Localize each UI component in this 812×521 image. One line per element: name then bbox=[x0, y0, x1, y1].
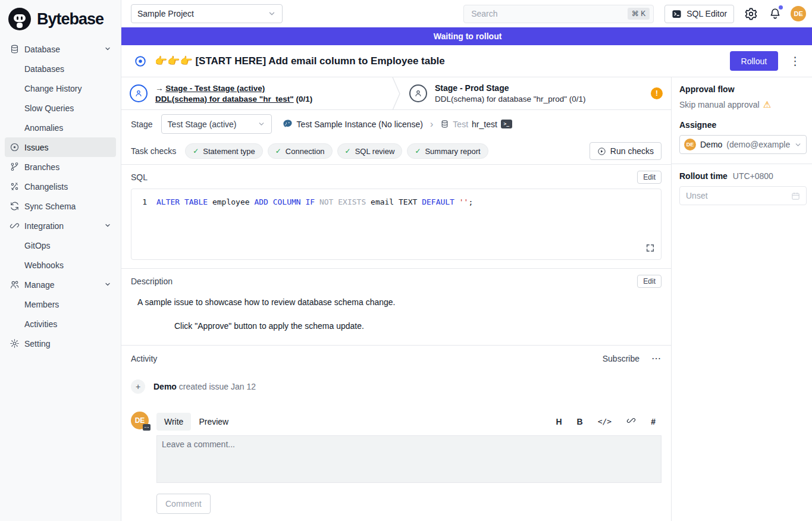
database-link[interactable]: Test hr_test >_ bbox=[440, 120, 512, 129]
project-selector[interactable]: Sample Project bbox=[131, 4, 283, 23]
warning-triangle-icon: ⚠ bbox=[763, 99, 771, 110]
heading-format-button[interactable]: H bbox=[556, 417, 562, 426]
activity-action: created issue Jan 12 bbox=[179, 382, 256, 391]
sidebar-item-members[interactable]: Members bbox=[5, 294, 116, 314]
sidebar-item-changelists[interactable]: Changelists bbox=[5, 177, 116, 196]
sidebar-item-label: GitOps bbox=[24, 241, 51, 250]
sidebar-item-change-history[interactable]: Change History bbox=[5, 79, 116, 98]
check-pill-sql-review[interactable]: ✓ SQL review bbox=[337, 143, 403, 159]
chevron-down-icon bbox=[794, 141, 802, 149]
settings-gear-button[interactable] bbox=[743, 6, 758, 21]
sidebar-item-webhooks[interactable]: Webhooks bbox=[5, 255, 116, 275]
sidebar-item-anomalies[interactable]: Anomalies bbox=[5, 118, 116, 137]
comment-composer: DE Write Preview H B </> bbox=[131, 412, 661, 514]
fullscreen-expand-icon[interactable] bbox=[645, 243, 655, 255]
description-edit-button[interactable]: Edit bbox=[637, 275, 661, 288]
activity-item: + Demo created issue Jan 12 bbox=[131, 379, 661, 394]
environment-label: Test bbox=[453, 120, 468, 129]
sql-edit-button[interactable]: Edit bbox=[637, 171, 661, 184]
code-format-button[interactable]: </> bbox=[598, 417, 612, 426]
issue-header: 👉👉👉 [START HERE] Add email column to Emp… bbox=[121, 45, 812, 77]
sql-section: SQL Edit 1 ALTER TABLE employee ADD COLU… bbox=[121, 165, 671, 269]
stage-card-test[interactable]: → Stage - Test Stage (active) DDL(schema… bbox=[121, 77, 391, 109]
stage-approver-icon bbox=[409, 84, 427, 102]
comment-bubble-icon bbox=[143, 424, 151, 431]
activity-more-menu[interactable]: ⋯ bbox=[651, 353, 661, 364]
calendar-icon bbox=[791, 192, 800, 200]
assignee-select[interactable]: DE Demo (demo@example bbox=[679, 135, 807, 154]
chevron-down-icon bbox=[104, 280, 111, 290]
notification-dot bbox=[779, 5, 783, 10]
sidebar-item-label: Change History bbox=[24, 84, 82, 93]
sidebar-item-branches[interactable]: Branches bbox=[5, 157, 116, 177]
instance-link[interactable]: Test Sample Instance (No license) bbox=[283, 119, 423, 129]
comment-textarea[interactable] bbox=[161, 438, 657, 480]
sidebar-item-slow-queries[interactable]: Slow Queries bbox=[5, 98, 116, 118]
link-format-button[interactable] bbox=[626, 416, 636, 427]
description-label: Description bbox=[131, 277, 173, 286]
brand-logo[interactable]: Bytebase bbox=[0, 0, 121, 38]
stage-title: → Stage - Test Stage (active) bbox=[155, 84, 312, 93]
rollout-time-header: Rollout time UTC+0800 bbox=[679, 171, 807, 181]
task-checks-label: Task checks bbox=[131, 146, 176, 156]
rollout-time-value: Unset bbox=[686, 191, 708, 200]
check-pill-connection[interactable]: ✓ Connection bbox=[268, 143, 333, 159]
sidebar-item-activities[interactable]: Activities bbox=[5, 314, 116, 334]
sidebar-item-databases[interactable]: Databases bbox=[5, 59, 116, 79]
sidebar-item-gitops[interactable]: GitOps bbox=[5, 236, 116, 255]
sidebar-item-sync-schema[interactable]: Sync Schema bbox=[5, 196, 116, 216]
rollout-time-picker[interactable]: Unset bbox=[679, 186, 807, 205]
activity-item-text: Demo created issue Jan 12 bbox=[153, 382, 256, 391]
issue-status-banner: Waiting to rollout bbox=[121, 27, 812, 45]
sql-editor-button[interactable]: SQL Editor bbox=[664, 5, 734, 23]
sidebar-item-setting[interactable]: Setting bbox=[5, 334, 116, 353]
user-avatar[interactable]: DE bbox=[791, 6, 806, 21]
comment-submit-button[interactable]: Comment bbox=[156, 494, 211, 514]
issue-more-menu[interactable]: ⋮ bbox=[786, 54, 804, 68]
tab-preview[interactable]: Preview bbox=[191, 413, 236, 431]
branch-icon bbox=[10, 162, 20, 172]
tab-write[interactable]: Write bbox=[156, 413, 191, 431]
check-pill-summary-report[interactable]: ✓ Summary report bbox=[407, 143, 488, 159]
sidebar-item-issues[interactable]: Issues bbox=[5, 137, 116, 157]
check-icon: ✓ bbox=[345, 147, 351, 155]
assignee-name: Demo bbox=[700, 140, 722, 149]
rollout-button[interactable]: Rollout bbox=[730, 51, 779, 71]
breadcrumb-separator: › bbox=[430, 119, 433, 130]
current-stage-arrow: → bbox=[155, 84, 164, 93]
sidebar-item-manage[interactable]: Manage bbox=[5, 275, 116, 294]
hash-format-button[interactable]: # bbox=[651, 417, 656, 426]
sidebar-item-label: Sync Schema bbox=[24, 202, 76, 211]
sidebar-item-integration[interactable]: Integration bbox=[5, 216, 116, 236]
stage-label: Stage bbox=[131, 120, 153, 129]
stage-card-prod[interactable]: Stage - Prod Stage DDL(schema) for datab… bbox=[401, 77, 671, 109]
issue-sidebar: Approval flow Skip manual approval ⚠ Ass… bbox=[671, 77, 812, 521]
search-box[interactable]: ⌘ K bbox=[463, 5, 654, 23]
sidebar-item-label: Anomalies bbox=[24, 123, 63, 133]
bold-format-button[interactable]: B bbox=[577, 417, 583, 426]
database-icon bbox=[10, 44, 20, 54]
stage-select[interactable]: Test Stage (active) bbox=[161, 114, 272, 134]
run-checks-button[interactable]: Run checks bbox=[590, 142, 661, 160]
terminal-icon bbox=[672, 9, 682, 19]
sidebar-nav: Database Databases Change History Slow Q… bbox=[0, 38, 121, 354]
sql-editor[interactable]: 1 ALTER TABLE employee ADD COLUMN IF NOT… bbox=[131, 189, 661, 260]
chevron-down-icon bbox=[268, 10, 276, 18]
check-pill-statement-type[interactable]: ✓ Statement type bbox=[185, 143, 263, 159]
subscribe-button[interactable]: Subscribe bbox=[603, 354, 639, 363]
instance-name: Test Sample Instance (No license) bbox=[297, 120, 423, 129]
sidebar-item-label: Issues bbox=[24, 143, 48, 152]
bytebase-logo-icon bbox=[8, 7, 32, 31]
sidebar-item-label: Databases bbox=[24, 64, 64, 74]
approval-flow-value: Skip manual approval ⚠ bbox=[679, 99, 807, 110]
task-checks-bar: Task checks ✓ Statement type ✓ Connectio… bbox=[121, 138, 671, 165]
stage-select-value: Test Stage (active) bbox=[168, 120, 237, 129]
search-shortcut-badge: ⌘ K bbox=[628, 8, 650, 20]
notifications-button[interactable] bbox=[767, 6, 783, 21]
search-input[interactable] bbox=[470, 8, 628, 19]
description-body: A sample issue to showcase how to review… bbox=[131, 288, 661, 331]
open-sql-editor-icon[interactable]: >_ bbox=[501, 120, 512, 128]
sidebar-item-label: Slow Queries bbox=[24, 103, 74, 113]
stage-divider bbox=[391, 77, 401, 109]
sidebar-item-database[interactable]: Database bbox=[5, 39, 116, 59]
